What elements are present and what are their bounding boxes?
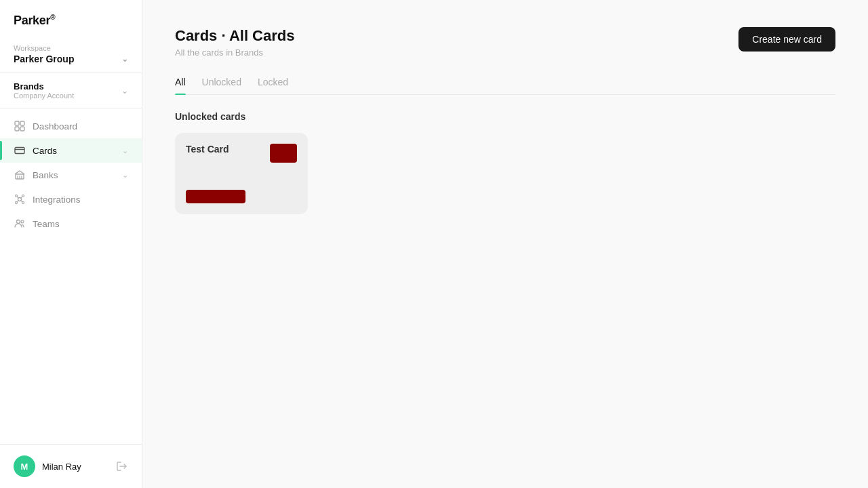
unlocked-cards-section: Unlocked cards Test Card (175, 111, 835, 214)
svg-line-17 (17, 201, 18, 202)
page-subtitle: All the cards in Brands (175, 47, 294, 58)
svg-point-14 (22, 202, 24, 204)
sidebar-item-cards[interactable]: Cards ⌄ (0, 138, 142, 163)
tab-all[interactable]: All (175, 77, 186, 94)
tab-unlocked[interactable]: Unlocked (202, 77, 241, 94)
sidebar: Parker® Workspace Parker Group ⌄ Brands … (0, 0, 142, 488)
svg-point-20 (21, 220, 24, 223)
sidebar-item-teams[interactable]: Teams (0, 211, 142, 236)
sidebar-footer: M Milan Ray (0, 444, 142, 488)
username-label: Milan Ray (42, 462, 109, 472)
svg-rect-3 (20, 127, 24, 131)
workspace-selector[interactable]: Workspace Parker Group ⌄ (0, 39, 142, 73)
svg-rect-4 (15, 148, 24, 154)
brands-type: Company Account (14, 92, 74, 100)
workspace-name[interactable]: Parker Group ⌄ (14, 54, 128, 64)
cards-icon (14, 144, 26, 157)
sidebar-item-banks[interactable]: Banks ⌄ (0, 163, 142, 187)
sidebar-item-label-integrations: Integrations (33, 195, 128, 205)
card-name: Test Card (186, 144, 229, 155)
card-number-bar (186, 190, 245, 203)
sidebar-item-integrations[interactable]: Integrations (0, 187, 142, 211)
brands-chevron-icon: ⌄ (121, 86, 128, 96)
svg-line-18 (21, 201, 22, 202)
svg-point-19 (17, 220, 20, 224)
sidebar-nav: Dashboard Cards ⌄ B (0, 108, 142, 444)
dashboard-icon (14, 120, 26, 132)
card-item[interactable]: Test Card (175, 133, 308, 214)
svg-point-11 (16, 195, 18, 197)
page-header: Cards · All Cards All the cards in Brand… (175, 27, 835, 58)
brands-selector[interactable]: Brands Company Account ⌄ (0, 73, 142, 108)
app-logo: Parker® (0, 0, 142, 39)
teams-icon (14, 218, 26, 230)
svg-rect-2 (15, 127, 19, 131)
banks-icon (14, 169, 26, 181)
tab-locked[interactable]: Locked (258, 77, 288, 94)
card-chip-icon (270, 144, 297, 163)
cards-chevron-icon: ⌄ (122, 146, 128, 155)
workspace-label: Workspace (14, 44, 128, 52)
brands-name: Brands (14, 81, 74, 92)
workspace-chevron-icon: ⌄ (121, 54, 128, 64)
sidebar-item-label-teams: Teams (33, 219, 128, 229)
svg-point-13 (16, 202, 18, 204)
svg-rect-1 (20, 121, 24, 125)
banks-chevron-icon: ⌄ (122, 171, 128, 180)
integrations-icon (14, 193, 26, 205)
page-title: Cards · All Cards (175, 27, 294, 45)
tabs: All Unlocked Locked (175, 77, 835, 95)
main-content: Cards · All Cards All the cards in Brand… (142, 0, 868, 488)
svg-line-16 (21, 197, 22, 198)
svg-rect-0 (15, 121, 19, 125)
sidebar-item-label-banks: Banks (33, 170, 115, 180)
svg-line-15 (17, 197, 18, 198)
sidebar-item-label-cards: Cards (33, 146, 115, 156)
logout-button[interactable] (116, 460, 128, 472)
sidebar-item-label-dashboard: Dashboard (33, 121, 128, 131)
svg-point-10 (18, 198, 22, 201)
svg-point-12 (22, 195, 24, 197)
cards-grid: Test Card (175, 133, 835, 214)
create-new-card-button[interactable]: Create new card (738, 27, 835, 52)
sidebar-item-dashboard[interactable]: Dashboard (0, 114, 142, 138)
avatar: M (14, 455, 35, 477)
section-title-unlocked: Unlocked cards (175, 111, 835, 122)
